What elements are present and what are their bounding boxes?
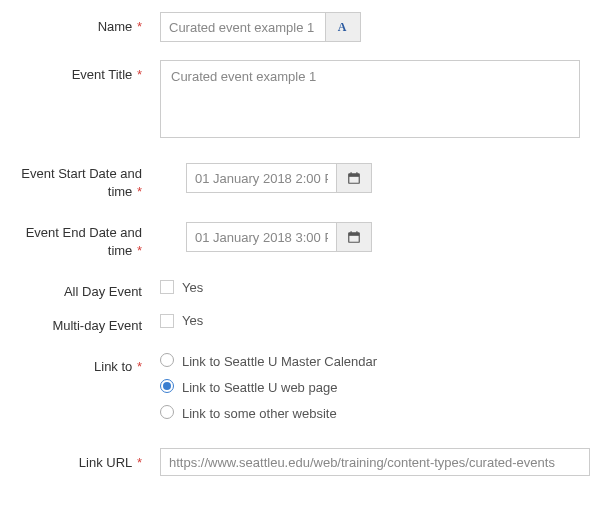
link-to-radio-group: Link to Seattle U Master Calendar Link t… (160, 352, 390, 424)
link-to-label: Link to * (0, 352, 160, 376)
name-input-group: A (160, 12, 361, 42)
svg-rect-8 (356, 231, 357, 234)
svg-rect-7 (351, 231, 352, 234)
svg-rect-4 (356, 172, 357, 175)
font-icon: A (335, 19, 351, 35)
start-date-label: Event Start Date and time * (0, 159, 160, 200)
all-day-label: All Day Event (0, 277, 160, 301)
end-date-group (186, 222, 372, 252)
svg-rect-3 (351, 172, 352, 175)
end-date-input[interactable] (187, 223, 337, 251)
all-day-checkbox[interactable] (160, 280, 174, 294)
link-to-radio-label: Link to some other website (182, 405, 390, 423)
link-url-input[interactable] (160, 448, 590, 476)
end-date-picker-button[interactable] (337, 223, 371, 251)
svg-rect-2 (349, 174, 360, 177)
calendar-icon (347, 230, 361, 244)
multi-day-checkbox-label: Yes (182, 313, 203, 328)
svg-rect-6 (349, 233, 360, 236)
link-to-radio-web-page[interactable] (160, 379, 174, 393)
all-day-checkbox-label: Yes (182, 280, 203, 295)
link-to-radio-master-calendar[interactable] (160, 353, 174, 367)
start-date-group (186, 163, 372, 193)
calendar-icon (347, 171, 361, 185)
link-to-radio-other-website[interactable] (160, 405, 174, 419)
event-form: Name * A Event Title * Curated event exa… (0, 0, 611, 502)
name-text-tool-button[interactable]: A (326, 13, 360, 41)
link-url-label: Link URL * (0, 448, 160, 472)
link-to-radio-label: Link to Seattle U Master Calendar (182, 353, 390, 371)
event-title-label: Event Title * (0, 60, 160, 84)
name-input[interactable] (161, 13, 326, 41)
multi-day-label: Multi-day Event (0, 311, 160, 335)
multi-day-checkbox[interactable] (160, 314, 174, 328)
svg-text:A: A (338, 20, 347, 34)
event-title-textarea[interactable]: Curated event example 1 (160, 60, 580, 138)
start-date-input[interactable] (187, 164, 337, 192)
link-to-radio-label: Link to Seattle U web page (182, 379, 390, 397)
start-date-picker-button[interactable] (337, 164, 371, 192)
end-date-label: Event End Date and time * (0, 218, 160, 259)
name-label: Name * (0, 12, 160, 36)
